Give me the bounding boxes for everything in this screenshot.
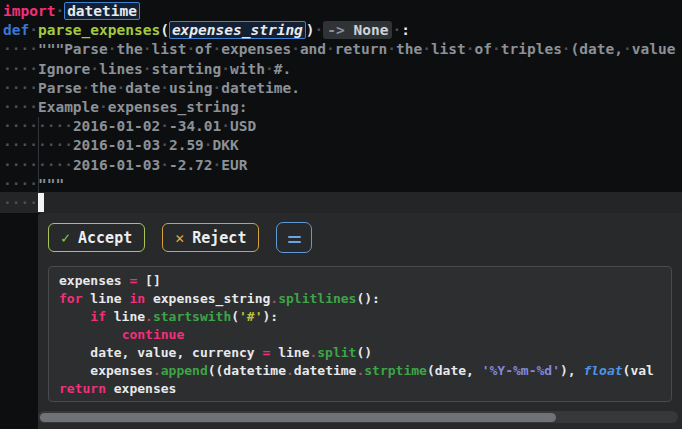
- suggested-code-block: expenses = []for line in expenses_string…: [48, 266, 672, 402]
- whitespace-dot: ·: [20, 80, 29, 96]
- scrollbar-thumb[interactable]: [40, 413, 556, 422]
- whitespace-dot: ·: [562, 41, 571, 57]
- whitespace-dot: ·: [213, 80, 222, 96]
- code-segment: expenses: [221, 41, 291, 57]
- code-line: ····Parse·the·date·using·datetime.: [3, 79, 682, 98]
- whitespace-dot: ·: [29, 137, 38, 153]
- reject-button[interactable]: ✕ Reject: [162, 223, 259, 252]
- code-segment: 2016-01-03: [73, 157, 160, 173]
- whitespace-dot: ·: [3, 41, 12, 57]
- menu-button[interactable]: [276, 222, 312, 253]
- whitespace-dot: ·: [3, 61, 12, 77]
- code-segment: (val: [623, 363, 654, 378]
- code-segment: Ignore: [38, 61, 90, 77]
- whitespace-dot: ·: [186, 41, 195, 57]
- code-line: if line.startswith('#'):: [59, 308, 661, 326]
- code-segment: expenses: [106, 381, 176, 396]
- code-segment: the: [90, 80, 116, 96]
- code-segment: line: [106, 309, 145, 324]
- suggestion-toolbar: ✓ Accept ✕ Reject: [38, 213, 682, 253]
- whitespace-dot: ·: [326, 41, 335, 57]
- whitespace-dot: ·: [160, 137, 169, 153]
- code-segment: value: [632, 41, 676, 57]
- whitespace-dot: ·: [20, 41, 29, 57]
- whitespace-dot: ·: [29, 195, 38, 211]
- code-segment: the: [117, 41, 143, 57]
- code-line: ····Ignore·lines·starting·with·#.: [3, 60, 682, 79]
- whitespace-dot: ·: [117, 80, 126, 96]
- code-segment: using: [169, 80, 213, 96]
- whitespace-dot: ·: [20, 195, 29, 211]
- code-segment: (: [231, 309, 239, 324]
- whitespace-dot: ·: [29, 157, 38, 173]
- code-segment: and: [300, 41, 326, 57]
- whitespace-dot: ·: [29, 80, 38, 96]
- whitespace-dot: ·: [3, 99, 12, 115]
- code-line: ····: [3, 194, 682, 213]
- whitespace-dot: ·: [291, 41, 300, 57]
- code-segment: DKK: [213, 137, 239, 153]
- whitespace-dot: ·: [38, 157, 47, 173]
- suggestion-panel: ✓ Accept ✕ Reject expenses = []for line …: [38, 213, 682, 429]
- whitespace-dot: ·: [29, 61, 38, 77]
- code-segment: .: [270, 291, 278, 306]
- whitespace-dot: ·: [623, 41, 632, 57]
- whitespace-dot: ·: [29, 176, 38, 192]
- code-segment: .: [286, 363, 294, 378]
- text-cursor: [38, 193, 44, 212]
- code-segment: continue: [122, 327, 185, 342]
- code-segment: [59, 309, 90, 324]
- hamburger-menu-icon: [288, 233, 301, 243]
- code-segment: -34.01: [169, 118, 221, 134]
- code-segment: float: [583, 363, 622, 378]
- code-line: ········2016-01-02·-34.01·USD: [3, 117, 682, 136]
- code-segment: expenses_string: [169, 21, 306, 39]
- whitespace-dot: ·: [55, 157, 64, 173]
- whitespace-dot: ·: [3, 118, 12, 134]
- whitespace-dot: ·: [3, 176, 12, 192]
- code-segment: with: [230, 61, 265, 77]
- code-segment: ():: [356, 291, 379, 306]
- whitespace-dot: ·: [55, 3, 64, 19]
- whitespace-dot: ·: [108, 41, 117, 57]
- code-segment: triples: [501, 41, 562, 57]
- code-segment: []: [137, 273, 160, 288]
- accept-button[interactable]: ✓ Accept: [48, 223, 145, 252]
- code-segment: :: [401, 22, 410, 38]
- whitespace-dot: ·: [3, 137, 12, 153]
- whitespace-dot: ·: [20, 137, 29, 153]
- code-segment: datetime: [294, 363, 357, 378]
- x-icon: ✕: [175, 229, 184, 247]
- horizontal-scrollbar[interactable]: [38, 411, 678, 423]
- whitespace-dot: ·: [265, 61, 274, 77]
- whitespace-dot: ·: [466, 41, 475, 57]
- whitespace-dot: ·: [392, 22, 401, 38]
- whitespace-dot: ·: [64, 137, 73, 153]
- accept-button-label: Accept: [78, 229, 132, 247]
- code-line: date, value, currency = line.split(): [59, 344, 661, 362]
- code-segment: of: [475, 41, 492, 57]
- code-segment: [59, 327, 122, 342]
- code-segment: datetime.: [221, 80, 300, 96]
- whitespace-dot: ·: [29, 99, 38, 115]
- whitespace-dot: ·: [38, 137, 47, 153]
- code-segment: list: [431, 41, 466, 57]
- code-segment: #.: [274, 61, 291, 77]
- code-segment: ): [306, 22, 315, 38]
- whitespace-dot: ·: [160, 80, 169, 96]
- code-segment: for: [59, 291, 82, 306]
- code-segment: of: [195, 41, 212, 57]
- whitespace-dot: ·: [492, 41, 501, 57]
- code-line: ········2016-01-03·-2.72·EUR: [3, 156, 682, 175]
- code-segment: Example: [38, 99, 99, 115]
- code-line: ········2016-01-03·2.59·DKK: [3, 136, 682, 155]
- code-segment: 2.59: [169, 137, 204, 153]
- code-editor-window: import·datetimedef·parse_expenses(expens…: [0, 0, 682, 429]
- code-segment: line: [270, 345, 309, 360]
- whitespace-dot: ·: [160, 157, 169, 173]
- code-segment: 2016-01-03: [73, 137, 160, 153]
- code-segment: ((datetime: [208, 363, 286, 378]
- whitespace-dot: ·: [221, 61, 230, 77]
- code-segment: return: [59, 381, 106, 396]
- code-segment: date, value, currency: [59, 345, 263, 360]
